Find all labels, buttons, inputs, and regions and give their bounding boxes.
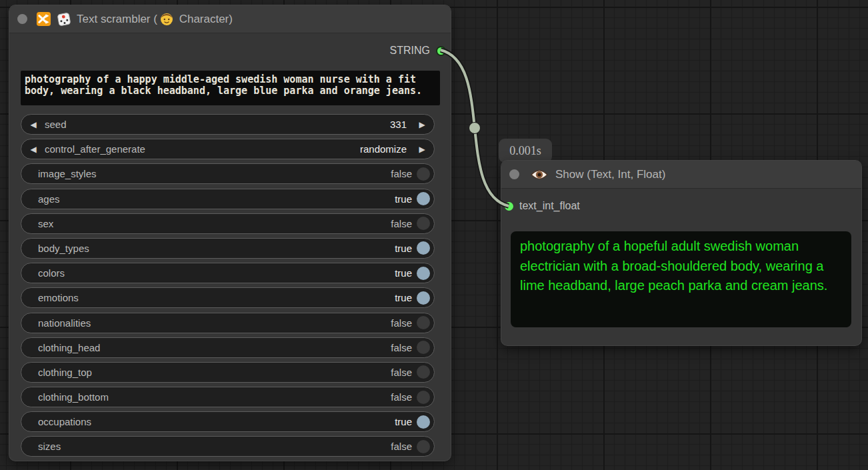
node-title: Show (Text, Int, Float) bbox=[555, 168, 665, 181]
text-int-float-input-slot[interactable]: text_int_float bbox=[501, 198, 580, 214]
widget-label: seed bbox=[45, 119, 67, 130]
toggle-widget-body_types[interactable]: body_typestrue bbox=[21, 238, 435, 259]
toggle-dot[interactable] bbox=[417, 291, 430, 305]
toggle-dot[interactable] bbox=[417, 167, 430, 181]
widget-value: randomize bbox=[360, 143, 407, 155]
toggle-widget-occupations[interactable]: occupationstrue bbox=[21, 411, 435, 432]
toggle-dot[interactable] bbox=[417, 341, 430, 354]
widget-value: false bbox=[391, 317, 412, 329]
widget-label: image_styles bbox=[38, 168, 97, 179]
widget-value: false bbox=[391, 218, 412, 229]
toggle-dot[interactable] bbox=[417, 217, 430, 230]
text-scrambler-node[interactable]: Text scrambler ( Character) STRING photo… bbox=[9, 5, 451, 461]
toggle-widget-sex[interactable]: sexfalse bbox=[21, 213, 435, 234]
widget-label: emotions bbox=[38, 292, 79, 303]
widget-label: body_types bbox=[38, 243, 89, 254]
toggle-dot[interactable] bbox=[417, 267, 430, 280]
toggle-widget-clothing_top[interactable]: clothing_topfalse bbox=[21, 362, 435, 383]
toggle-widget-sizes[interactable]: sizesfalse bbox=[21, 436, 435, 457]
output-text-display: photography of a hopeful adult swedish w… bbox=[511, 231, 851, 327]
shuffle-icon bbox=[36, 11, 51, 27]
widget-value: false bbox=[391, 342, 412, 353]
widget-value: true bbox=[395, 292, 412, 303]
widget-label: ages bbox=[38, 193, 60, 205]
execution-time-badge: 0.001s bbox=[499, 139, 552, 163]
widget-label: nationalities bbox=[38, 317, 91, 329]
widget-label: clothing_top bbox=[38, 367, 92, 378]
decrement-arrow-icon[interactable]: ◀ bbox=[27, 145, 39, 154]
widget-label: clothing_bottom bbox=[38, 391, 109, 403]
widget-label: occupations bbox=[38, 416, 91, 427]
toggle-dot[interactable] bbox=[417, 415, 430, 429]
widget-label: colors bbox=[38, 267, 65, 279]
widget-label: clothing_head bbox=[38, 342, 100, 353]
combo-widget-control_after_generate[interactable]: ◀control_after_generaterandomize▶ bbox=[21, 139, 435, 159]
toggle-dot[interactable] bbox=[417, 440, 430, 453]
toggle-widget-colors[interactable]: colorstrue bbox=[21, 263, 435, 283]
node-title-suffix: Character) bbox=[176, 13, 233, 26]
widget-value: false bbox=[391, 391, 412, 403]
collapse-dot[interactable] bbox=[509, 169, 519, 179]
increment-arrow-icon[interactable]: ▶ bbox=[416, 145, 428, 154]
widget-label: control_after_generate bbox=[45, 143, 145, 155]
input-slot-label: text_int_float bbox=[519, 200, 580, 212]
widget-value: 331 bbox=[390, 119, 407, 130]
toggle-dot[interactable] bbox=[417, 365, 430, 379]
text-scrambler-titlebar[interactable]: Text scrambler ( Character) bbox=[9, 5, 451, 33]
toggle-dot[interactable] bbox=[417, 391, 430, 404]
combo-widget-seed[interactable]: ◀seed331▶ bbox=[21, 114, 435, 135]
person-icon bbox=[160, 13, 173, 26]
toggle-widget-ages[interactable]: agestrue bbox=[21, 189, 435, 209]
widget-value: true bbox=[395, 243, 412, 254]
widget-value: false bbox=[391, 168, 412, 179]
toggle-widget-clothing_head[interactable]: clothing_headfalse bbox=[21, 337, 435, 358]
string-output-label: STRING bbox=[390, 45, 430, 57]
toggle-widget-clothing_bottom[interactable]: clothing_bottomfalse bbox=[21, 387, 435, 407]
eye-icon bbox=[531, 169, 548, 181]
toggle-dot[interactable] bbox=[417, 192, 430, 205]
toggle-dot[interactable] bbox=[417, 241, 430, 255]
string-output-dot[interactable] bbox=[436, 46, 446, 56]
widget-label: sex bbox=[38, 218, 53, 229]
toggle-dot[interactable] bbox=[417, 316, 430, 329]
decrement-arrow-icon[interactable]: ◀ bbox=[27, 120, 39, 129]
dice-icon bbox=[56, 11, 72, 27]
toggle-widget-emotions[interactable]: emotionstrue bbox=[21, 287, 435, 308]
collapse-dot[interactable] bbox=[17, 14, 27, 24]
node-editor-canvas[interactable]: 0.001s Text scrambler ( bbox=[0, 0, 868, 470]
string-output-slot[interactable]: STRING bbox=[390, 42, 451, 59]
toggle-widget-nationalities[interactable]: nationalitiesfalse bbox=[21, 313, 435, 333]
input-slot-dot[interactable] bbox=[505, 202, 513, 211]
widget-value: false bbox=[391, 441, 412, 452]
show-text-titlebar[interactable]: Show (Text, Int, Float) bbox=[501, 161, 861, 189]
link-midpoint-dot[interactable] bbox=[469, 123, 481, 134]
show-text-node[interactable]: Show (Text, Int, Float) text_int_float p… bbox=[501, 161, 861, 345]
widget-value: true bbox=[395, 267, 412, 279]
widgets-container: ◀seed331▶◀control_after_generaterandomiz… bbox=[21, 114, 435, 457]
widget-label: sizes bbox=[38, 441, 61, 452]
node-title: Text scrambler ( bbox=[77, 13, 157, 26]
increment-arrow-icon[interactable]: ▶ bbox=[416, 120, 428, 129]
prompt-textarea[interactable]: photography of a happy middle-aged swedi… bbox=[21, 71, 440, 105]
widget-value: false bbox=[391, 367, 412, 378]
widget-value: true bbox=[395, 193, 412, 205]
toggle-widget-image_styles[interactable]: image_stylesfalse bbox=[21, 163, 435, 184]
widget-value: true bbox=[395, 416, 412, 427]
